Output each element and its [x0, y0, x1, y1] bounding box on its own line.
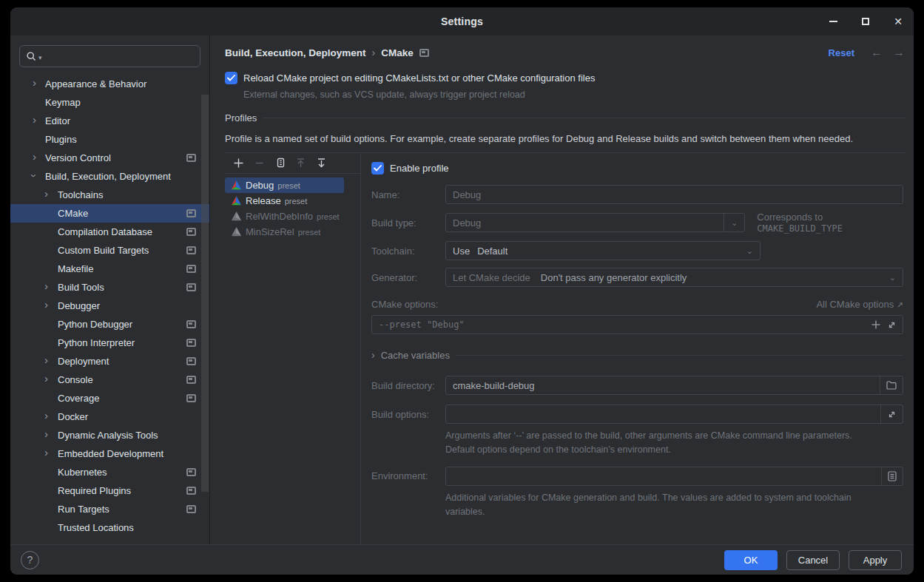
sidebar-item-embedded-development[interactable]: ›Embedded Development	[10, 444, 209, 463]
apply-button[interactable]: Apply	[849, 550, 902, 570]
help-button[interactable]: ?	[21, 551, 39, 569]
chevron-collapsed-icon[interactable]: ›	[44, 428, 48, 439]
sidebar-item-version-control[interactable]: ›Version Control	[10, 149, 209, 167]
profiles-panel: DebugpresetReleasepresetRelWithDebInfopr…	[225, 152, 905, 544]
search-icon	[26, 51, 37, 62]
sidebar-item-custom-build-targets[interactable]: Custom Build Targets	[10, 241, 209, 260]
sidebar-item-makefile[interactable]: Makefile	[10, 260, 209, 278]
build-options-input[interactable]	[445, 405, 903, 424]
chevron-collapsed-icon[interactable]: ›	[33, 77, 36, 88]
maximize-button[interactable]	[857, 13, 874, 30]
sidebar-item-python-interpreter[interactable]: Python Interpreter	[10, 334, 209, 352]
search-options-caret-icon[interactable]: ▾	[38, 54, 42, 61]
chevron-down-icon: ⌄	[740, 246, 760, 256]
environment-input[interactable]	[445, 467, 903, 486]
chevron-collapsed-icon[interactable]: ›	[44, 299, 48, 310]
build-directory-input[interactable]: cmake-build-debug	[445, 376, 903, 395]
reload-cmake-checkbox[interactable]	[225, 72, 237, 84]
sidebar-item-python-debugger[interactable]: Python Debugger	[10, 315, 209, 334]
chevron-collapsed-icon[interactable]: ›	[44, 354, 48, 365]
profile-list: DebugpresetReleasepresetRelWithDebInfopr…	[225, 174, 360, 240]
sidebar-item-toolchains[interactable]: ›Toolchains	[10, 186, 209, 204]
cmake-options-input[interactable]: --preset "Debug"	[371, 315, 903, 334]
copy-profile-button[interactable]	[271, 155, 289, 172]
sidebar-item-cmake[interactable]: CMake	[10, 204, 209, 223]
profile-item-debug[interactable]: Debugpreset	[225, 177, 344, 193]
profile-list-pane: DebugpresetReleasepresetRelWithDebInfopr…	[225, 153, 361, 544]
chevron-collapsed-icon[interactable]: ›	[44, 280, 48, 291]
chevron-down-icon: ⌄	[724, 214, 744, 231]
all-cmake-options-link[interactable]: All CMake options ↗	[816, 299, 903, 310]
sidebar-item-appearance-behavior[interactable]: ›Appearance & Behavior	[10, 75, 209, 93]
breadcrumb-parent[interactable]: Build, Execution, Deployment	[225, 47, 366, 58]
sidebar-item-required-plugins[interactable]: Required Plugins	[10, 481, 209, 500]
sidebar-item-docker[interactable]: ›Docker	[10, 407, 209, 426]
toolchain-select[interactable]: Use Default ⌄	[445, 241, 761, 260]
move-up-button[interactable]	[291, 155, 309, 172]
profile-item-relwithdebinfo[interactable]: RelWithDebInfopreset	[225, 209, 360, 224]
chevron-collapsed-icon[interactable]: ›	[44, 373, 48, 384]
search-input[interactable]: ▾	[19, 45, 200, 67]
sidebar-item-plugins[interactable]: Plugins	[10, 130, 209, 149]
project-level-icon	[186, 505, 196, 513]
expand-editor-icon[interactable]	[887, 410, 897, 419]
generator-label: Generator:	[371, 272, 445, 283]
sidebar-item-deployment[interactable]: ›Deployment	[10, 352, 209, 370]
settings-main: Build, Execution, Deployment › CMake Res…	[210, 35, 914, 544]
folder-icon[interactable]	[886, 381, 897, 390]
title-bar[interactable]: Settings ✕	[10, 7, 914, 35]
variables-list-icon[interactable]	[888, 471, 897, 481]
sidebar-item-run-targets[interactable]: Run Targets	[10, 500, 209, 518]
cache-variables-toggle[interactable]: › Cache variables	[371, 349, 903, 361]
back-arrow-icon[interactable]: ←	[871, 46, 883, 59]
sidebar-item-coverage[interactable]: Coverage	[10, 389, 209, 407]
sidebar-item-label: Keymap	[10, 97, 81, 108]
profile-name: Debug	[246, 180, 274, 191]
profile-list-toolbar	[225, 153, 360, 174]
move-down-button[interactable]	[312, 155, 330, 172]
sidebar-item-compilation-database[interactable]: Compilation Database	[10, 223, 209, 241]
dialog-title: Settings	[441, 16, 483, 27]
cmake-profile-icon	[231, 195, 242, 206]
chevron-expanded-icon[interactable]: ›	[29, 174, 40, 177]
settings-sidebar: ▾ ›Appearance & BehaviorKeymap›EditorPlu…	[10, 35, 210, 544]
enable-profile-checkbox[interactable]	[371, 162, 384, 175]
chevron-collapsed-icon[interactable]: ›	[44, 188, 48, 199]
close-button[interactable]: ✕	[890, 13, 906, 30]
sidebar-item-build-execution-deployment[interactable]: ›Build, Execution, Deployment	[10, 167, 209, 186]
sidebar-item-build-tools[interactable]: ›Build Tools	[10, 278, 209, 297]
expand-editor-icon[interactable]	[887, 320, 897, 330]
profile-item-release[interactable]: Releasepreset	[225, 193, 360, 209]
sidebar-item-debugger[interactable]: ›Debugger	[10, 297, 209, 315]
sidebar-item-kubernetes[interactable]: Kubernetes	[10, 463, 209, 481]
sidebar-item-editor[interactable]: ›Editor	[10, 112, 209, 130]
chevron-collapsed-icon[interactable]: ›	[33, 114, 36, 125]
add-profile-button[interactable]	[229, 155, 247, 172]
project-level-icon	[186, 154, 196, 162]
profile-item-minsizerel[interactable]: MinSizeRelpreset	[225, 224, 360, 240]
remove-profile-button[interactable]	[250, 155, 268, 172]
minimize-button[interactable]	[825, 13, 841, 30]
sidebar-item-label: Version Control	[10, 152, 111, 163]
add-option-icon[interactable]	[871, 319, 881, 330]
chevron-collapsed-icon[interactable]: ›	[33, 151, 36, 162]
profile-name: MinSizeRel	[246, 226, 294, 237]
cancel-button[interactable]: Cancel	[786, 550, 840, 570]
external-link-icon: ↗	[897, 300, 903, 309]
generator-select[interactable]: Let CMake decide Don't pass any generato…	[445, 268, 903, 287]
environment-help: Additional variables for CMake generatio…	[445, 491, 871, 520]
sidebar-item-trusted-locations[interactable]: Trusted Locations	[10, 518, 209, 537]
build-type-select[interactable]: Debug ⌄	[445, 213, 745, 232]
chevron-collapsed-icon[interactable]: ›	[44, 410, 48, 421]
sidebar-scrollbar[interactable]	[201, 95, 209, 492]
sidebar-item-console[interactable]: ›Console	[10, 370, 209, 389]
sidebar-item-label: Plugins	[10, 134, 77, 145]
name-input[interactable]: Debug	[445, 185, 903, 204]
sidebar-item-dynamic-analysis-tools[interactable]: ›Dynamic Analysis Tools	[10, 426, 209, 444]
reset-link[interactable]: Reset	[829, 47, 854, 58]
ok-button[interactable]: OK	[724, 550, 778, 570]
sidebar-item-keymap[interactable]: Keymap	[10, 93, 209, 112]
forward-arrow-icon[interactable]: →	[893, 46, 905, 59]
chevron-collapsed-icon[interactable]: ›	[44, 447, 48, 458]
profile-name: RelWithDebInfo	[246, 211, 313, 222]
